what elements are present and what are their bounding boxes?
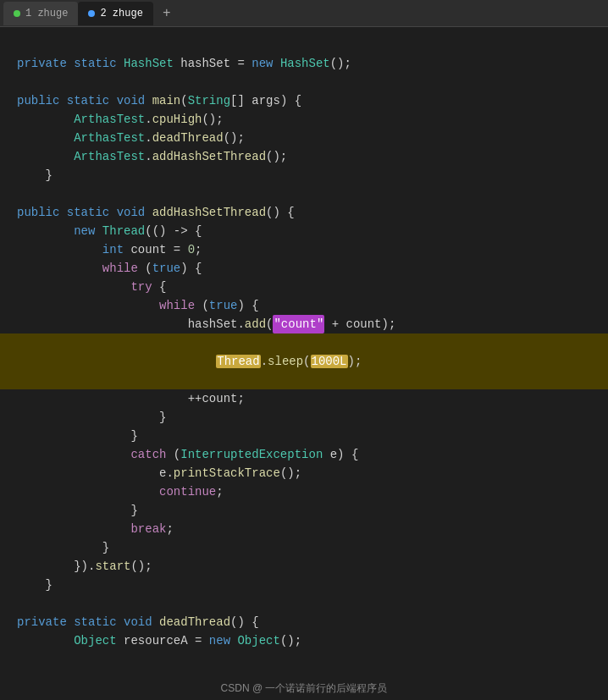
code-editor: private static HashSet hashSet = new Has… (0, 27, 608, 676)
code-line (0, 36, 608, 54)
code-line (0, 594, 608, 613)
code-line: ++count; (0, 389, 608, 408)
code-line: new Thread(() -> { (0, 222, 608, 240)
code-line: ArthasTest.cpuHigh(); (0, 110, 608, 129)
tab-1-label: 1 zhuge (25, 8, 68, 19)
code-line: public static void main(String[] args) { (0, 91, 608, 110)
tab-1-dot (14, 10, 20, 17)
watermark: CSDN @ 一个诺诺前行的后端程序员 (0, 676, 608, 700)
code-line: while (true) { (0, 296, 608, 315)
tab-add-button[interactable]: + (157, 3, 177, 24)
code-line: hashSet.add("count" + count); (0, 315, 608, 333)
tab-2[interactable]: 2 zhuge (78, 2, 152, 25)
tab-1[interactable]: 1 zhuge (3, 2, 78, 25)
code-line-highlighted: Thread.sleep(1000L); (0, 333, 608, 389)
code-line: Object resourceA = new Object(); (0, 631, 608, 650)
code-line: e.printStackTrace(); (0, 464, 608, 482)
code-line: continue; (0, 482, 608, 501)
code-line: } (0, 166, 608, 185)
tab-2-label: 2 zhuge (100, 8, 142, 19)
code-line: } (0, 427, 608, 445)
code-line: ArthasTest.addHashSetThread(); (0, 147, 608, 166)
code-line: break; (0, 520, 608, 538)
code-line (0, 73, 608, 91)
code-line: } (0, 538, 608, 557)
tab-bar: 1 zhuge 2 zhuge + (0, 0, 608, 27)
code-line: int count = 0; (0, 240, 608, 259)
watermark-text: CSDN @ 一个诺诺前行的后端程序员 (221, 682, 388, 694)
code-line: } (0, 576, 608, 594)
code-line: } (0, 501, 608, 520)
code-line: ArthasTest.deadThread(); (0, 129, 608, 147)
code-line: while (true) { (0, 259, 608, 278)
code-line: private static HashSet hashSet = new Has… (0, 54, 608, 73)
code-line: private static void deadThread() { (0, 613, 608, 631)
tab-2-dot (88, 10, 95, 17)
code-line: } (0, 408, 608, 427)
code-line: catch (InterruptedException e) { (0, 445, 608, 464)
code-line: public static void addHashSetThread() { (0, 203, 608, 222)
code-line: }).start(); (0, 557, 608, 576)
code-line (0, 185, 608, 203)
code-line: try { (0, 278, 608, 296)
